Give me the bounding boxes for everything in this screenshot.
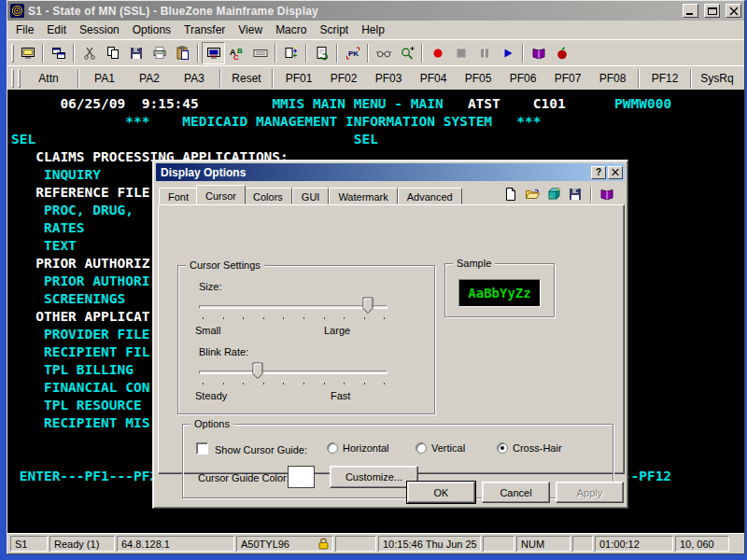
menu-transfer[interactable]: Transfer [177,21,232,38]
menu-view[interactable]: View [232,21,269,38]
copy-icon [106,46,120,61]
blink-rate-slider-thumb[interactable] [252,362,263,380]
session-button[interactable] [16,42,39,64]
book-button[interactable] [599,187,615,202]
dialog-toolbar [502,187,615,202]
paste-button[interactable] [171,42,194,64]
cancel-button[interactable]: Cancel [482,482,550,503]
dialog-title-bar[interactable]: Display Options ? [156,163,625,181]
print-button[interactable] [148,42,171,64]
fkey-separator [219,69,221,88]
stop-button[interactable] [449,42,472,64]
menu-bar: FileEditSessionOptionsTransferViewMacroS… [7,21,744,39]
apply-button[interactable]: Apply [556,482,624,503]
save-button[interactable] [124,42,148,64]
keyboard-button[interactable] [248,42,272,64]
cursor-tab-panel: Cursor Settings Size: Small Large Blink … [158,204,625,474]
pause-button[interactable] [472,42,496,64]
tab-advanced[interactable]: Advanced [398,188,462,204]
menu-macro[interactable]: Macro [269,21,313,38]
pk-button[interactable]: PK [341,42,364,64]
fkey-pf03[interactable]: PF03 [366,72,411,85]
blink-rate-slider-ticks [203,383,386,385]
wizard-button[interactable] [545,187,562,202]
fkey-pf07[interactable]: PF07 [545,72,590,85]
copy-button[interactable] [101,42,124,64]
cursor-guide-color-swatch[interactable] [288,466,315,488]
menu-help[interactable]: Help [355,21,391,38]
apple-button[interactable] [550,42,573,64]
toolbar: ABCPK [7,39,744,65]
book-icon [599,187,614,202]
fkeybar-grip[interactable] [18,69,21,88]
menu-file[interactable]: File [9,21,40,38]
fkey-attn[interactable]: Attn [22,72,75,85]
zoom-button[interactable] [395,42,418,64]
tab-font[interactable]: Font [159,188,198,204]
fkey-pf04[interactable]: PF04 [411,72,456,85]
book-button[interactable] [527,42,550,64]
windows-button[interactable] [47,42,70,64]
fkeybar-grip[interactable] [11,69,14,88]
menu-options[interactable]: Options [126,21,177,38]
record-button[interactable] [426,42,449,64]
maximize-button[interactable] [704,4,720,18]
status-cell-0: S1 [10,536,48,552]
bluezone-app-icon[interactable] [10,4,24,18]
ok-button[interactable]: OK [407,482,475,503]
display-button[interactable] [202,42,225,64]
dialog-close-button[interactable] [608,166,623,179]
options-legend: Options [190,418,233,429]
fkey-sysrq[interactable]: SysRq [695,72,740,85]
fkey-pa1[interactable]: PA1 [82,72,127,85]
radio-horizontal[interactable]: Horizontal [327,442,389,454]
fkey-pf01[interactable]: PF01 [276,72,321,85]
toolbar-separator [275,44,276,63]
fkey-pa3[interactable]: PA3 [172,72,217,85]
tab-cursor[interactable]: Cursor [196,185,246,204]
terminal-line: 06/25/09 9:15:45 MMIS MAIN MENU - MAIN A… [60,96,671,111]
menu-edit[interactable]: Edit [40,21,73,38]
tab-gui[interactable]: GUI [292,188,330,204]
terminal-line: INQUIRY [44,167,101,182]
fkey-pa2[interactable]: PA2 [127,72,172,85]
fkey-separator [78,69,79,88]
fkey-pf02[interactable]: PF02 [321,72,366,85]
font-button[interactable]: ABC [225,42,248,64]
fkey-pf06[interactable]: PF06 [500,72,545,85]
close-button[interactable] [726,4,741,18]
new-button[interactable] [502,187,519,202]
tab-watermark[interactable]: Watermark [329,188,397,204]
fkey-pf05[interactable]: PF05 [456,72,500,85]
toolbar-separator [367,44,369,63]
customize-button[interactable]: Customize... [330,466,418,488]
minimize-button[interactable] [683,4,698,18]
size-max-label: Large [324,325,350,336]
play-button[interactable] [496,42,519,64]
menu-session[interactable]: Session [73,21,126,38]
menu-script[interactable]: Script [313,21,355,38]
radio-button-icon [327,442,338,454]
title-bar[interactable]: S1 - State of MN (SSL) - BlueZone Mainfr… [7,1,744,21]
open-button[interactable] [524,187,541,202]
script-button[interactable] [310,42,333,64]
size-label: Size: [199,281,221,292]
size-slider-thumb[interactable] [362,297,374,315]
save-button[interactable] [567,187,584,202]
cut-button[interactable] [78,42,101,64]
window-title: S1 - State of MN (SSL) - BlueZone Mainfr… [28,5,677,18]
fkey-reset[interactable]: Reset [224,72,269,85]
transfer-button[interactable] [279,42,303,64]
toolbar-grip[interactable] [11,44,14,63]
tab-colors[interactable]: Colors [244,188,292,204]
dialog-help-button[interactable]: ? [591,166,606,179]
glasses-button[interactable] [372,42,395,64]
fkey-pf12[interactable]: PF12 [642,72,687,85]
terminal-line: REFERENCE FILE [35,185,149,200]
show-cursor-guide-checkbox[interactable] [196,442,208,455]
size-slider-track[interactable] [199,305,388,309]
blink-rate-slider-track[interactable] [199,371,388,374]
fkey-pf08[interactable]: PF08 [590,72,635,85]
radio-cross-hair[interactable]: Cross-Hair [497,442,562,454]
radio-vertical[interactable]: Vertical [416,442,465,454]
